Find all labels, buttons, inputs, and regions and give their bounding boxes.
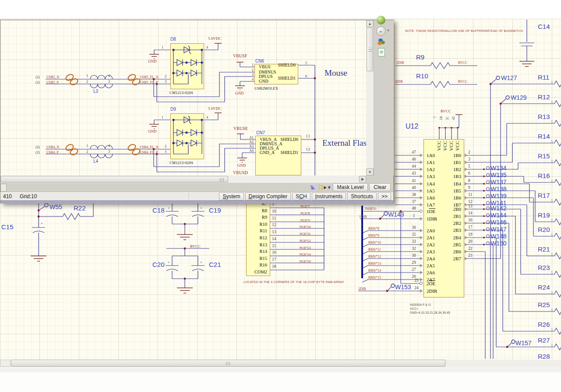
- usb4p-count: (2): [35, 150, 39, 154]
- annotate-pencil-icon[interactable]: ✎: [307, 184, 318, 191]
- floating-schematic-window[interactable]: D8 5.0VDC GND CM1213-02SS 1 4 2 3: [0, 20, 394, 203]
- fw-vscroll-down-button[interactable]: ▼: [366, 168, 374, 175]
- r9-net-right: RVCC: [458, 61, 467, 65]
- wire-label-w129: W129: [511, 94, 527, 101]
- u12-notes: HIDDEN P & GVCC=GND=4,10,15,21,28,34,39,…: [410, 303, 450, 315]
- l3-pin2-num: 2: [86, 80, 88, 84]
- c19-plus: +: [200, 206, 202, 210]
- nav-back-icon[interactable]: ▸: [376, 26, 386, 36]
- refresh-document-icon[interactable]: ⟳: [378, 48, 385, 56]
- r10-net-right: RVCC: [458, 80, 467, 84]
- d9-pin1-num: 1: [162, 116, 163, 119]
- u12-designator: U12: [406, 122, 418, 130]
- d9-part-number: CM1213-02SS: [169, 161, 193, 165]
- panel-button[interactable]: SCH: [292, 192, 310, 200]
- no-erc-circle-icon: [486, 228, 490, 231]
- l3-designator: L3: [93, 89, 98, 94]
- d9-pin3-num: 3: [165, 150, 166, 154]
- mask-level-button[interactable]: Mask Level: [333, 183, 368, 191]
- d9-designator: D9: [170, 107, 176, 112]
- cn6-gnd-net: GND: [235, 91, 244, 95]
- clear-button[interactable]: Clear: [369, 183, 391, 191]
- d8-part-number: CM1213-02SS: [169, 91, 193, 95]
- u12-pin-1oe: 48 1OE: [395, 206, 465, 212]
- fw-vscrollbar[interactable]: ▲ ▼: [366, 20, 374, 175]
- fw-canvas[interactable]: D8 5.0VDC GND CM1213-02SS 1 4 2 3: [0, 20, 366, 175]
- d8-body[interactable]: [170, 43, 204, 89]
- c19-designator: C19: [209, 206, 221, 214]
- screen: NOTE: THESE RESISTORSALLOW USE OF BUFFER…: [0, 0, 561, 392]
- panel-tab[interactable]: [0, 184, 7, 192]
- sphere-icon[interactable]: [377, 16, 385, 24]
- c18-designator: C18: [152, 206, 165, 214]
- d8-diode-array-graphic: [171, 44, 205, 90]
- l3-pin4-num: 4: [108, 74, 110, 78]
- u12-rvcc-net: RVCC: [441, 109, 451, 113]
- wire-label-w153: W153: [395, 284, 411, 290]
- status-coordinate: 410: [3, 193, 12, 200]
- usb5-fln-net: USB5_FL_N: [140, 75, 159, 79]
- d8-designator: D8: [170, 37, 176, 42]
- filter-select-icon[interactable]: ◆◆ ▶ ▼: [321, 184, 331, 190]
- d9-pin4-num: 4: [206, 116, 208, 119]
- main-hscrollbar-thumb[interactable]: [11, 360, 445, 367]
- c20-designator: C20: [152, 261, 165, 268]
- panel-button[interactable]: Design Compiler: [245, 192, 291, 200]
- c14-designator: C14: [538, 23, 550, 30]
- l4-pin4-num: 4: [108, 144, 110, 148]
- c21-designator: C21: [209, 261, 221, 268]
- l3-pin3-num: 3: [108, 80, 110, 84]
- u12-pin-1dir: 1 1DIR: [395, 214, 465, 220]
- usb4-fln-net: USB4_FL_N: [140, 145, 159, 149]
- fw-mask-toolbar: ✎ ◆◆ ▶ ▼ Mask Level Clear: [0, 183, 393, 192]
- no-erc-circle-icon: [486, 214, 490, 217]
- nav-dropdown-icon[interactable]: ▼: [387, 29, 390, 32]
- d9-body[interactable]: [170, 113, 204, 159]
- d9-gnd-net: GND: [148, 129, 157, 133]
- usb5-n-net: USB5_N: [46, 75, 59, 79]
- c15-plus: +: [41, 221, 43, 225]
- usb5-flp-net: USB5_FL_P: [140, 80, 158, 84]
- usb4-flp-net: USB4_FL_P: [140, 150, 158, 154]
- inhen-net: INHEN-: [365, 207, 377, 211]
- fw-right-toolbar: ▸ ▼ ⟳: [374, 20, 394, 175]
- fw-hscroll-thumb[interactable]: [0, 176, 228, 182]
- d9-diode-array-graphic: [171, 114, 205, 160]
- panel-button[interactable]: Shortcuts: [347, 192, 377, 200]
- d9-5v-net: 5.0VDC: [208, 106, 221, 111]
- d8-pin2-num: 2: [165, 74, 166, 78]
- no-erc-circle-icon: [486, 187, 490, 191]
- d9-pin2-num: 2: [165, 144, 166, 148]
- dir1-net: 1DIR: [359, 215, 367, 219]
- dir2-net: 2DIR: [358, 287, 366, 291]
- c15-designator: C15: [1, 223, 14, 231]
- no-erc-circle-icon: [486, 234, 490, 238]
- fw-status-bar: 410 Grid:10 SystemDesign CompilerSCHInst…: [0, 192, 393, 201]
- l3-pin1-num: 1: [86, 74, 88, 78]
- no-erc-circle-icon: [486, 242, 490, 245]
- wire-label-w143: W143: [388, 211, 404, 218]
- no-erc-circle-icon: [486, 180, 490, 184]
- fw-vscroll-thumb[interactable]: [367, 28, 373, 71]
- wire-label-w55: W55: [49, 203, 62, 210]
- main-hscrollbar[interactable]: [11, 360, 561, 367]
- d8-pin3-num: 3: [165, 80, 166, 84]
- l4-designator: L4: [93, 159, 98, 164]
- no-erc-circle-icon: [486, 194, 490, 198]
- fw-hscroll-right-button[interactable]: ▶: [359, 176, 366, 182]
- note-text: NOTE: THESE RESISTORSALLOW USE OF BUFFER…: [405, 29, 523, 32]
- bottom-strip: [0, 367, 561, 372]
- main-hscrollbar-corner: [0, 360, 11, 367]
- usb5n-count: (2): [35, 75, 39, 79]
- external-flash-label: External Flash: [322, 138, 366, 148]
- panel-button[interactable]: >>: [378, 192, 391, 200]
- d8-pin4-num: 4: [206, 46, 208, 49]
- fw-vscroll-up-button[interactable]: ▲: [366, 20, 374, 27]
- panel-buttons: SystemDesign CompilerSCHInstrumentsShort…: [219, 192, 391, 200]
- fw-hscrollbar[interactable]: ▶: [0, 175, 366, 183]
- d8-gnd-net: GND: [148, 59, 157, 63]
- panel-button[interactable]: System: [219, 192, 243, 200]
- mouse-label: Mouse: [325, 68, 347, 78]
- panel-button[interactable]: Instruments: [312, 192, 346, 200]
- cn7-gnd-net: GND: [237, 163, 246, 168]
